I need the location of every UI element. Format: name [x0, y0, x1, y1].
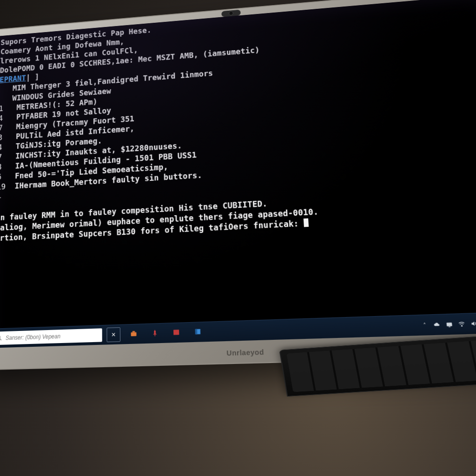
diag-row-text: MIM Therger 3 fiel,Fandigred Trewird 1in…	[13, 69, 213, 93]
search-icon	[0, 334, 2, 343]
svg-rect-3	[132, 331, 135, 332]
tray-onedrive-icon[interactable]	[433, 321, 441, 329]
taskbar-search-input[interactable]	[5, 331, 99, 342]
taskbar-search[interactable]	[0, 328, 102, 345]
taskbar-app-1[interactable]	[124, 324, 144, 344]
terminal-prompt-suffix: | ]	[26, 73, 40, 82]
svg-rect-2	[131, 332, 137, 336]
terminal-cursor	[304, 218, 309, 227]
tray-volume-icon[interactable]	[470, 320, 476, 327]
diag-row-index: 6	[0, 172, 1, 181]
taskbar-close-button[interactable]: ✕	[106, 327, 120, 342]
svg-line-1	[0, 338, 1, 340]
diag-row-index: 4	[0, 114, 3, 123]
screen: Supors Tremors Diagestic Pap Hese. Coame…	[0, 0, 476, 348]
diag-row-index: 7	[0, 124, 3, 132]
diag-row-index: 8	[0, 163, 2, 172]
diag-row-index: 19	[0, 182, 6, 192]
briefcase-icon	[130, 330, 138, 339]
terminal-output: Supors Tremors Diagestic Pap Hese. Coame…	[0, 0, 476, 244]
tray-wifi-icon[interactable]	[457, 320, 465, 328]
tray-chevron-up-icon[interactable]: ˄	[421, 322, 429, 329]
diag-row-index: 7	[0, 153, 2, 162]
diag-row-index: 1	[0, 104, 3, 113]
laptop-brand-label: Unrlaeyod	[226, 348, 264, 357]
svg-rect-8	[446, 323, 452, 326]
taskbar-app-2[interactable]	[145, 324, 165, 344]
panel-icon	[194, 327, 202, 337]
svg-point-10	[461, 325, 462, 326]
svg-rect-4	[155, 334, 155, 336]
svg-rect-5	[173, 330, 179, 335]
taskbar-app-4[interactable]	[188, 322, 208, 343]
system-tray: ˄	[416, 317, 476, 331]
taskbar-pinned-apps	[124, 322, 208, 344]
svg-rect-7	[195, 329, 197, 334]
tray-network-icon[interactable]	[445, 321, 453, 328]
close-icon: ✕	[111, 331, 116, 338]
diag-row-index: 4	[0, 143, 2, 152]
svg-rect-9	[449, 326, 450, 327]
window-icon	[172, 328, 180, 338]
diag-row-index: 3	[0, 133, 3, 142]
pin-icon	[151, 329, 159, 338]
terminal-prompt-label: EPRANT	[0, 74, 26, 84]
taskbar-app-3[interactable]	[166, 323, 186, 343]
